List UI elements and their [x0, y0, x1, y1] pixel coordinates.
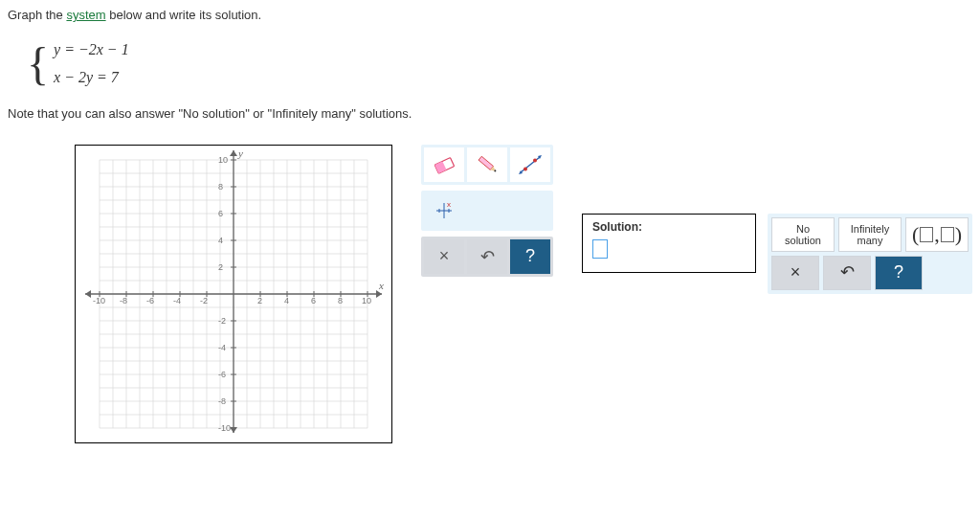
system-equations: { y = −2x − 1 x − 2y = 7 [27, 36, 972, 92]
pencil-tool[interactable] [467, 147, 507, 182]
tool-palette-row2: x [421, 191, 553, 231]
solution-help-button[interactable]: ? [875, 256, 923, 290]
brace-icon: { [27, 48, 49, 80]
svg-marker-46 [230, 150, 237, 156]
svg-text:x: x [447, 200, 451, 209]
svg-text:-10: -10 [93, 296, 105, 305]
svg-text:8: 8 [338, 296, 343, 305]
tool-palette-row1 [421, 145, 553, 185]
ordered-pair-button[interactable]: (,) [905, 217, 969, 252]
solution-label: Solution: [592, 220, 746, 234]
svg-text:6: 6 [218, 209, 223, 218]
svg-text:-6: -6 [146, 296, 154, 305]
svg-text:4: 4 [284, 296, 289, 305]
no-solution-button[interactable]: No solution [771, 217, 835, 252]
svg-text:10: 10 [362, 296, 371, 305]
system-link[interactable]: system [66, 8, 105, 22]
infinitely-many-button[interactable]: Infinitely many [838, 217, 902, 252]
svg-text:2: 2 [218, 262, 223, 272]
undo-button[interactable]: ↶ [467, 239, 507, 274]
equation-1: y = −2x − 1 [54, 36, 129, 64]
x-axis-label: x [378, 280, 384, 291]
spacer-2 [510, 193, 550, 228]
svg-line-93 [521, 157, 540, 172]
svg-text:6: 6 [311, 296, 316, 305]
note-text: Note that you can also answer "No soluti… [8, 106, 972, 121]
spacer-1 [467, 193, 507, 228]
eraser-tool[interactable] [424, 147, 464, 182]
svg-text:-4: -4 [173, 296, 181, 305]
svg-text:8: 8 [218, 182, 223, 192]
prompt-text: Graph the system below and write its sol… [8, 8, 972, 22]
help-button[interactable]: ? [510, 239, 550, 274]
svg-text:10: 10 [218, 155, 228, 165]
y-axis-label: y [237, 147, 243, 159]
clear-button[interactable]: × [424, 239, 464, 274]
svg-text:4: 4 [218, 236, 223, 245]
equation-2: x − 2y = 7 [54, 64, 129, 92]
svg-text:-2: -2 [218, 316, 226, 326]
svg-text:-8: -8 [120, 296, 127, 305]
solution-options-panel: No solution Infinitely many (,) × ↶ ? [768, 214, 972, 294]
svg-marker-44 [85, 290, 91, 298]
solution-box: Solution: [582, 214, 756, 273]
svg-point-95 [533, 158, 537, 162]
svg-text:2: 2 [257, 296, 262, 305]
svg-text:-4: -4 [218, 343, 226, 352]
svg-point-94 [523, 167, 527, 170]
graph-area[interactable]: x y -10-8-6-4-2246810 -10-8-6-4-2246810 [75, 145, 392, 443]
svg-text:-6: -6 [218, 370, 226, 379]
solution-input[interactable] [592, 239, 608, 259]
svg-marker-43 [376, 290, 382, 298]
svg-rect-90 [479, 156, 493, 170]
tool-palette-row3: × ↶ ? [421, 237, 553, 277]
svg-text:-10: -10 [218, 423, 231, 433]
solution-undo-button[interactable]: ↶ [823, 256, 871, 290]
line-tool[interactable] [510, 147, 550, 182]
svg-text:-8: -8 [218, 396, 226, 406]
svg-text:-2: -2 [200, 296, 208, 305]
solution-clear-button[interactable]: × [771, 256, 819, 290]
point-tool[interactable]: x [424, 193, 464, 228]
